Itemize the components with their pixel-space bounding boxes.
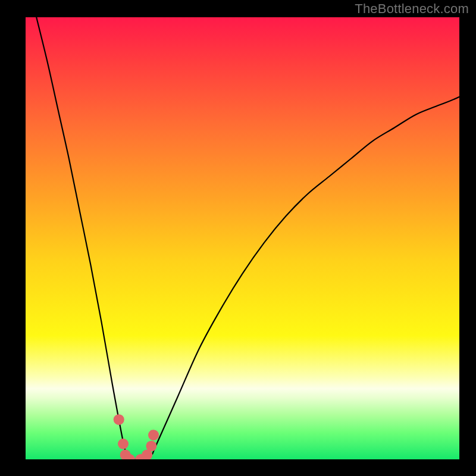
highlight-point <box>118 439 129 449</box>
highlight-point <box>114 414 124 425</box>
curve-layer <box>26 17 459 459</box>
highlight-point <box>148 430 159 440</box>
bottleneck-curve <box>26 17 459 459</box>
plot-area <box>26 17 459 459</box>
highlight-markers <box>114 414 159 459</box>
highlight-point <box>146 441 156 452</box>
watermark-text: TheBottleneck.com <box>355 1 469 17</box>
chart-frame: TheBottleneck.com <box>0 0 476 476</box>
